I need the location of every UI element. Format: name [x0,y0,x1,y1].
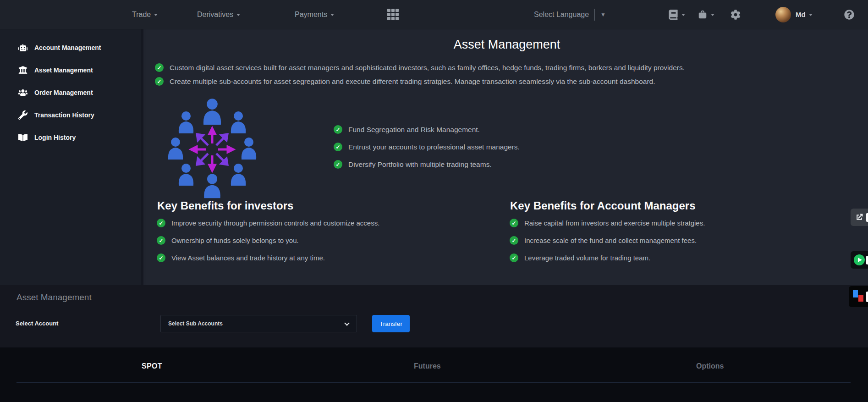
transfer-panel: Asset Management Select Account Select S… [0,285,868,402]
investor-benefit-bullet: Ownership of funds solely belongs to you… [157,236,487,245]
check-icon [157,253,165,262]
book-icon[interactable] [668,10,678,20]
red-bar-icon [858,295,863,302]
drag-handle [866,256,868,264]
check-icon [155,63,164,72]
menu-trade[interactable]: Trade [132,0,158,29]
user-name-label: Md [796,0,806,29]
bank-icon [18,66,27,75]
feature-bullet: Fund Segregation and Risk Management. [334,125,654,134]
chevron-down-icon [344,320,349,325]
share-button[interactable] [851,209,868,226]
investor-benefit-bullet: View Asset balances and trade history at… [157,253,487,262]
benefits-investors-title: Key Benefits for investors [157,199,293,212]
intro-bullet: Custom digital asset services built for … [155,63,819,72]
sidebar-item-login-history[interactable]: Login History [0,130,141,145]
main-content: Asset Management Custom digital asset se… [146,29,868,285]
transfer-panel-heading: Asset Management [16,292,92,303]
check-icon [155,77,164,86]
sidebar-item-label: Account Management [34,44,101,51]
check-icon [510,253,518,262]
intro-bullet: Create multiple sub-accounts for asset s… [155,77,819,86]
sidebar-item-order-management[interactable]: Order Management [0,85,141,100]
team-network-illustration [161,98,264,201]
menu-payments[interactable]: Payments [295,0,334,29]
messenger-icon [854,254,865,265]
menu-payments-label: Payments [295,0,327,29]
drag-handle [866,292,868,302]
radial-arrows-icon [191,128,233,171]
chevron-down-icon [236,14,240,16]
divider [594,9,595,21]
messenger-button[interactable] [851,251,868,269]
page-title: Asset Management [146,38,868,52]
help-icon[interactable] [844,10,854,20]
tab-futures[interactable]: Futures [414,362,441,370]
top-navbar: Trade Derivatives Payments Select Langua… [0,0,868,29]
tabs-background [0,347,868,402]
check-icon [334,160,342,169]
manager-benefit-bullet: Raise capital from investors and exercis… [510,219,840,227]
book-open-icon [18,133,27,142]
language-selector[interactable]: Select Language ▼ [534,0,606,29]
select-account-label: Select Account [16,315,58,332]
sidebar-item-asset-management[interactable]: Asset Management [0,62,141,78]
sidebar-item-label: Order Management [34,89,93,96]
person-ring [168,99,256,198]
check-icon [334,143,342,151]
sub-accounts-select[interactable]: Select Sub Accounts [160,315,357,332]
check-icon [157,219,165,227]
sidebar-item-account-management[interactable]: Account Management [0,40,141,55]
sidebar: Account Management Asset Management Orde… [0,29,143,285]
menu-derivatives-label: Derivatives [197,0,233,29]
sub-accounts-select-value: Select Sub Accounts [168,320,223,327]
language-caret-icon: ▼ [600,11,606,18]
chevron-down-icon [154,14,158,16]
chevron-down-icon [809,14,813,16]
menu-derivatives[interactable]: Derivatives [197,0,240,29]
user-menu[interactable]: Md [796,0,813,29]
avatar[interactable] [775,7,791,22]
app-window: Trade Derivatives Payments Select Langua… [0,0,868,402]
wrench-icon [18,110,27,120]
sidebar-item-label: Login History [34,134,76,141]
robot-icon [18,43,27,52]
tabs-divider [16,382,851,383]
manager-benefit-bullet: Leverage traded volume for trading team. [510,253,840,262]
users-icon [18,88,27,97]
investor-benefit-bullet: Improve security through permission cont… [157,219,487,227]
share-icon [855,213,864,222]
apps-grid-icon[interactable] [387,9,400,21]
blue-bar-icon [853,290,858,297]
manager-benefit-bullet: Increase scale of the fund and collect m… [510,236,840,245]
chart-widget-button[interactable] [849,286,868,307]
feature-bullet: Diversify Portfolio with multiple tradin… [334,160,654,169]
gear-icon[interactable] [731,10,741,20]
sidebar-item-label: Asset Management [34,66,93,74]
sidebar-item-transaction-history[interactable]: Transaction History [0,107,141,123]
check-icon [510,219,518,227]
chevron-down-icon [711,14,714,16]
sidebar-item-label: Transaction History [34,111,94,119]
tab-spot[interactable]: SPOT [142,362,162,370]
check-icon [157,236,165,245]
menu-trade-label: Trade [132,0,151,29]
check-icon [510,236,518,245]
language-selector-label: Select Language [534,11,589,19]
benefits-managers-title: Key Benefits for Account Managers [510,199,696,212]
check-icon [334,125,342,134]
drag-handle [866,213,868,222]
wallet-icon[interactable] [698,10,708,20]
chevron-down-icon [681,14,685,16]
feature-bullet: Entrust your accounts to professional as… [334,143,654,151]
tab-options[interactable]: Options [696,362,724,370]
chevron-down-icon [330,14,334,16]
transfer-button[interactable]: Transfer [372,315,410,332]
